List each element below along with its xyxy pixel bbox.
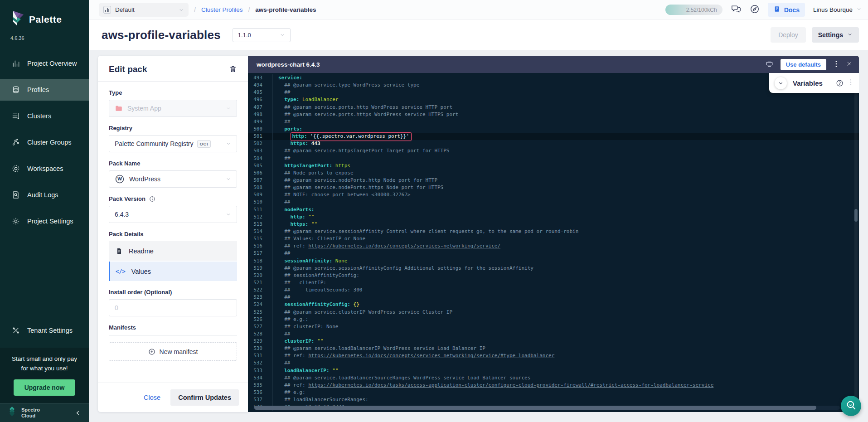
- help-icon[interactable]: [836, 79, 844, 87]
- code-line-527[interactable]: 527 ## clusterIP: None: [248, 323, 859, 330]
- code-line-533[interactable]: 533 loadBalancerIP: "": [248, 367, 859, 374]
- oci-badge: OCI: [197, 140, 211, 148]
- gutter-guides: [269, 213, 273, 221]
- horizontal-scrollbar[interactable]: [254, 406, 840, 410]
- usage-badge: 2.52/100kCh: [665, 5, 723, 15]
- split-view-button[interactable]: [765, 59, 774, 69]
- page-title: aws-profile-variables: [102, 28, 221, 42]
- line-number: 494: [248, 82, 267, 89]
- info-icon[interactable]: [149, 196, 155, 202]
- code-line-495[interactable]: 495 ##: [248, 89, 859, 96]
- code-line-503[interactable]: 503 ## @param service.httpsTargetPort Ta…: [248, 147, 859, 155]
- code-line-528[interactable]: 528 ##: [248, 330, 859, 338]
- code-line-509[interactable]: 509 ## NOTE: choose port between <30000-…: [248, 191, 859, 199]
- editor-close-button[interactable]: [846, 61, 853, 68]
- sidebar-item-audit-logs[interactable]: Audit Logs: [0, 184, 89, 206]
- user-menu[interactable]: Linus Bourque: [813, 6, 862, 13]
- sidebar-item-profiles[interactable]: Profiles: [0, 79, 89, 101]
- code-line-499[interactable]: 499 ##: [248, 118, 859, 126]
- sidebar-item-workspaces[interactable]: Workspaces: [0, 158, 89, 179]
- code-line-506[interactable]: 506 ## Node ports to expose: [248, 170, 859, 177]
- profile-version-selector[interactable]: 1.1.0: [233, 28, 291, 42]
- tab-readme[interactable]: Readme: [109, 241, 237, 261]
- editor-menu-button[interactable]: [833, 60, 839, 69]
- feedback-chat-button[interactable]: [731, 4, 742, 15]
- new-manifest-button[interactable]: New manifest: [109, 342, 237, 361]
- code-line-497[interactable]: 497 ## @param service.ports.http WordPre…: [248, 104, 859, 111]
- code-line-507[interactable]: 507 ## @param service.nodePorts.http Nod…: [248, 177, 859, 184]
- variables-toggle-button[interactable]: [775, 77, 787, 89]
- code-line-524[interactable]: 524 sessionAffinityConfig: {}: [248, 301, 859, 308]
- code-line-534[interactable]: 534 ## @param service.loadBalancerSource…: [248, 374, 859, 382]
- tab-values[interactable]: </> Values: [109, 262, 237, 281]
- code-line-511[interactable]: 511 nodePorts:: [248, 206, 859, 213]
- code-line-522[interactable]: 522 ## timeoutSeconds: 300: [248, 286, 859, 294]
- line-number: 535: [248, 382, 267, 389]
- vertical-scrollbar[interactable]: [854, 73, 858, 405]
- code-line-512[interactable]: 512 http: "": [248, 213, 859, 221]
- code-line-500[interactable]: 500 ports:: [248, 126, 859, 133]
- code-line-517[interactable]: 517 ##: [248, 250, 859, 257]
- sidebar-collapse-button[interactable]: [74, 409, 82, 417]
- sidebar-item-clusters[interactable]: Clusters: [0, 105, 89, 127]
- deploy-button[interactable]: Deploy: [771, 27, 806, 43]
- close-button[interactable]: Close: [144, 394, 160, 401]
- pack-version-value: 6.4.3: [115, 211, 129, 218]
- use-defaults-button[interactable]: Use defaults: [781, 59, 826, 70]
- code-line-537[interactable]: 537 ## loadBalancerSourceRanges:: [248, 396, 859, 403]
- vertical-scrollbar-thumb[interactable]: [854, 209, 858, 222]
- pack-version-selector[interactable]: 6.4.3: [109, 206, 237, 223]
- project-selector[interactable]: Default: [99, 3, 189, 17]
- horizontal-scrollbar-thumb[interactable]: [254, 406, 816, 410]
- code-line-502[interactable]: 502 https: 443: [248, 140, 859, 147]
- upgrade-now-button[interactable]: Upgrade now: [14, 379, 76, 396]
- code-line-494[interactable]: 494 ## @param service.type WordPress ser…: [248, 82, 859, 89]
- code-line-493[interactable]: 493service:: [248, 74, 859, 82]
- variables-menu-icon[interactable]: [848, 79, 853, 87]
- breadcrumb-cluster-profiles[interactable]: Cluster Profiles: [201, 6, 243, 13]
- code-line-523[interactable]: 523 ##: [248, 294, 859, 301]
- code-line-501[interactable]: 501 http: '{{.spectro.var.wordpress_port…: [248, 133, 859, 140]
- sidebar-item-tenant-settings[interactable]: Tenant Settings: [0, 320, 89, 341]
- code-line-529[interactable]: 529 clusterIP: "": [248, 338, 859, 345]
- code-line-504[interactable]: 504 ##: [248, 155, 859, 162]
- code-line-498[interactable]: 498 ## @param service.ports.https WordPr…: [248, 111, 859, 118]
- code-line-519[interactable]: 519 ## @param service.sessionAffinityCon…: [248, 265, 859, 272]
- code-line-515[interactable]: 515 ## Values: ClientIP or None: [248, 235, 859, 243]
- settings-button[interactable]: Settings: [812, 27, 859, 43]
- code-line-505[interactable]: 505 httpsTargetPort: https: [248, 162, 859, 170]
- help-search-fab[interactable]: [841, 396, 861, 416]
- code-editor-content[interactable]: 493service:494 ## @param service.type Wo…: [248, 73, 859, 412]
- code-line-513[interactable]: 513 https: "": [248, 221, 859, 228]
- registry-selector[interactable]: Palette Community Registry OCI: [109, 135, 237, 152]
- docs-button[interactable]: Docs: [768, 3, 805, 17]
- sidebar-item-project-settings[interactable]: Project Settings: [0, 210, 89, 232]
- pack-name-selector[interactable]: W WordPress: [109, 170, 237, 188]
- gutter-guides: [269, 316, 273, 323]
- variable-highlight-box[interactable]: http: '{{.spectro.var.wordpress_port}}': [291, 132, 412, 141]
- confirm-updates-button[interactable]: Confirm Updates: [170, 389, 239, 406]
- code-line-525[interactable]: 525 ## @param service.clusterIP WordPres…: [248, 309, 859, 316]
- code-line-521[interactable]: 521 ## clientIP:: [248, 279, 859, 286]
- explore-button[interactable]: [750, 4, 760, 15]
- code-line-514[interactable]: 514 ## @param service.sessionAffinity Co…: [248, 228, 859, 235]
- code-line-536[interactable]: 536 ## e.g:: [248, 389, 859, 396]
- code-line-531[interactable]: 531 ## ref: https://kubernetes.io/docs/c…: [248, 352, 859, 359]
- sidebar-item-project-overview[interactable]: Project Overview: [0, 53, 89, 74]
- code-line-530[interactable]: 530 ## @param service.loadBalancerIP Wor…: [248, 345, 859, 352]
- code-line-535[interactable]: 535 ## ref: https://kubernetes.io/docs/t…: [248, 382, 859, 389]
- code-line-520[interactable]: 520 ## sessionAffinityConfig:: [248, 272, 859, 279]
- code-line-510[interactable]: 510 ##: [248, 199, 859, 206]
- code-line-508[interactable]: 508 ## @param service.nodePorts.https No…: [248, 184, 859, 191]
- code-line-516[interactable]: 516 ## ref: https://kubernetes.io/docs/c…: [248, 243, 859, 250]
- sidebar-item-cluster-groups[interactable]: Cluster Groups: [0, 131, 89, 153]
- gutter-guides: [269, 104, 273, 111]
- install-order-input[interactable]: [109, 299, 237, 316]
- code-line-526[interactable]: 526 ## e.g.:: [248, 316, 859, 323]
- delete-pack-button[interactable]: [229, 65, 237, 74]
- code-line-532[interactable]: 532 ##: [248, 359, 859, 367]
- line-number: 501: [248, 133, 267, 140]
- app-logo[interactable]: Palette: [0, 0, 89, 29]
- code-line-518[interactable]: 518 sessionAffinity: None: [248, 257, 859, 265]
- code-line-496[interactable]: 496 type: LoadBalancer: [248, 96, 859, 103]
